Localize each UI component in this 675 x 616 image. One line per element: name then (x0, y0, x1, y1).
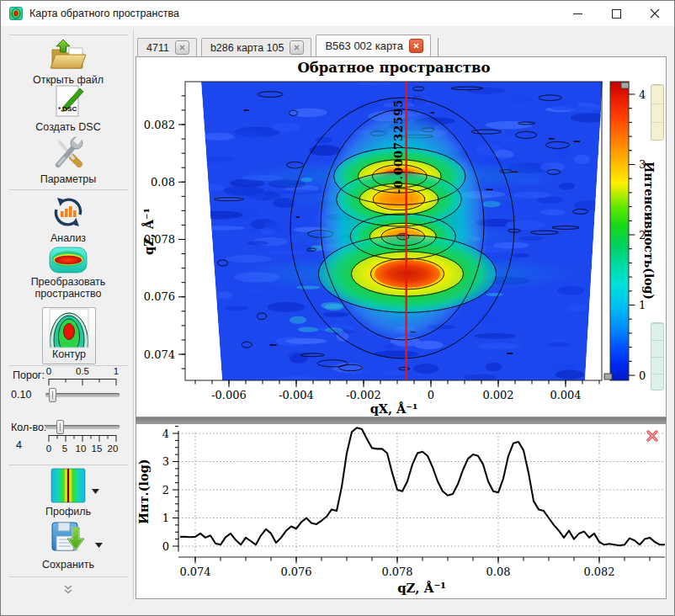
tab-bar: 4711 b286 карта 105 B563 002 карта (137, 35, 438, 56)
svg-text:0.082: 0.082 (144, 119, 175, 131)
space-lens-icon (49, 247, 88, 273)
tab-close-icon[interactable] (290, 40, 304, 55)
profile-button[interactable]: Профиль (4, 468, 132, 518)
svg-text:0.078: 0.078 (381, 566, 412, 578)
contour-toggle-button[interactable]: Контур (42, 307, 96, 364)
colorbar-label: Интенсивность(log) (642, 162, 656, 300)
profile-xlabel: qZ, Å⁻¹ (397, 581, 446, 596)
svg-text:-0.004: -0.004 (279, 389, 314, 401)
svg-text:0: 0 (639, 369, 646, 382)
svg-text:3: 3 (162, 455, 169, 468)
count-value: 4 (16, 439, 22, 451)
threshold-ruler (45, 379, 120, 387)
open-file-button[interactable]: Открыть файл (4, 38, 132, 86)
save-label: Сохранить (42, 559, 94, 571)
map-panel: -0.006-0.004-0.00200.0020.0040.0740.0760… (136, 56, 667, 417)
tab-4711[interactable]: 4711 (137, 38, 197, 56)
toolbar-sidebar: Открыть файл *.DSC Создать DSC Параметры (4, 29, 134, 600)
save-button[interactable]: Сохранить (4, 521, 132, 571)
svg-text:0.074: 0.074 (144, 348, 175, 361)
close-button[interactable] (635, 1, 674, 26)
create-dsc-label: Создать DSC (35, 121, 100, 133)
save-floppy-icon (50, 521, 86, 556)
threshold-scale-0: 0 (41, 366, 56, 376)
window-title: Карта обратного пространства (29, 8, 179, 19)
tab-close-icon[interactable] (175, 40, 189, 55)
colorbar-bottom-handle[interactable] (604, 374, 612, 380)
svg-text:0.08: 0.08 (486, 566, 511, 578)
analysis-refresh-icon (50, 194, 86, 230)
analysis-label: Анализ (50, 232, 86, 244)
tab-label: 4711 (146, 42, 169, 54)
svg-text:4: 4 (162, 427, 169, 440)
tab-b563-002-karta[interactable]: B563 002 карта (316, 35, 430, 56)
count-scale-10: 10 (73, 443, 88, 454)
app-icon (9, 7, 23, 20)
profile-panel: 012340.0740.0760.0780.080.082qZ, Å⁻¹Инт.… (136, 423, 667, 599)
threshold-scale-05: 0.5 (75, 366, 90, 376)
count-slider-handle[interactable] (56, 420, 64, 434)
tab-label: B563 002 карта (325, 40, 402, 52)
create-dsc-button[interactable]: *.DSC Создать DSC (4, 83, 132, 133)
dsc-document-icon: *.DSC (51, 83, 85, 119)
colorbar[interactable] (610, 82, 629, 380)
count-ruler (45, 435, 120, 443)
analysis-button[interactable]: Анализ (4, 194, 132, 244)
separator (9, 576, 128, 577)
panel-splitter[interactable] (136, 417, 667, 423)
threshold-slider-handle[interactable] (49, 388, 56, 402)
save-dropdown-arrow-icon[interactable] (95, 543, 103, 548)
count-label: Кол-во: (11, 422, 46, 433)
parameters-label: Параметры (40, 173, 97, 185)
reciprocal-space-map[interactable]: -0.006-0.004-0.00200.0020.0040.0740.0760… (136, 57, 666, 417)
threshold-slider-track[interactable] (45, 393, 120, 397)
map-ylabel: qZ, Å⁻¹ (141, 208, 156, 255)
threshold-value: 0.10 (11, 389, 31, 401)
dsc-extension-text: *.DSC (58, 105, 77, 113)
profile-cut-icon (50, 468, 86, 503)
tools-icon (50, 135, 86, 171)
threshold-scale-1: 1 (109, 366, 124, 376)
count-scale-0: 0 (41, 443, 56, 454)
parameters-button[interactable]: Параметры (4, 135, 132, 185)
colorbar-max-range-handle[interactable] (651, 84, 664, 141)
count-scale-15: 15 (89, 443, 104, 454)
title-bar: Карта обратного пространства (1, 1, 674, 26)
svg-text:0.076: 0.076 (280, 566, 311, 578)
svg-text:0.004: 0.004 (550, 389, 581, 401)
tab-close-icon[interactable] (409, 39, 423, 53)
map-title: Обратное пространство (297, 60, 490, 76)
contour-map-icon (49, 308, 89, 348)
svg-text:1: 1 (162, 512, 169, 524)
cursor-position-label: -0.000732595 (392, 99, 405, 194)
count-scale-20: 20 (105, 443, 120, 454)
close-profile-icon[interactable] (646, 429, 659, 446)
count-scale-5: 5 (57, 443, 72, 454)
colorbar-top-handle[interactable] (621, 82, 629, 88)
close-icon (650, 8, 660, 19)
svg-text:-0.002: -0.002 (346, 389, 381, 401)
tab-label: b286 карта 105 (210, 42, 284, 54)
colorbar-min-range-handle[interactable] (651, 322, 664, 390)
svg-text:2: 2 (162, 484, 169, 497)
svg-text:1: 1 (639, 299, 646, 311)
tab-separator (438, 38, 438, 56)
contour-label: Контур (52, 348, 86, 360)
svg-text:0: 0 (162, 540, 169, 553)
threshold-label: Порог: (13, 369, 45, 381)
profile-dropdown-arrow-icon[interactable] (92, 489, 99, 494)
map-xlabel: qX, Å⁻¹ (370, 401, 418, 416)
svg-text:0.08: 0.08 (151, 176, 175, 189)
svg-text:4: 4 (639, 88, 646, 101)
minimize-button[interactable] (558, 1, 597, 26)
tab-b286-karta-105[interactable]: b286 карта 105 (201, 38, 312, 56)
collapse-chevron-icon[interactable] (4, 585, 132, 594)
svg-text:0.002: 0.002 (482, 389, 513, 401)
transform-space-label: Преобразовать пространство (4, 276, 132, 300)
maximize-button[interactable] (597, 1, 635, 26)
app-window: Карта обратного пространства (0, 0, 675, 616)
transform-space-button[interactable]: Преобразовать пространство (4, 247, 132, 300)
separator (9, 189, 128, 190)
profile-curve (180, 427, 665, 545)
profile-plot[interactable]: 012340.0740.0760.0780.080.082qZ, Å⁻¹Инт.… (136, 424, 666, 598)
